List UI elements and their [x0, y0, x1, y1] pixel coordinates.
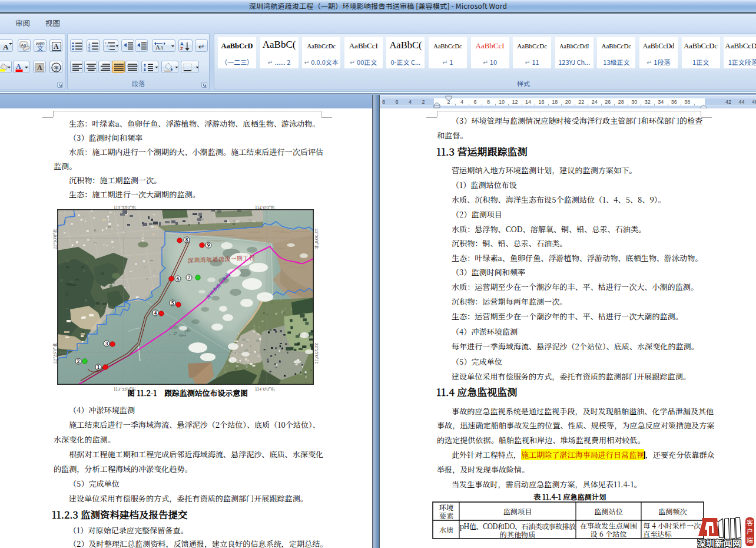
svg-text:8: 8: [185, 236, 188, 243]
svg-text:3: 3: [105, 339, 108, 346]
svg-text:7: 7: [188, 273, 191, 280]
svg-text:6: 6: [177, 275, 180, 282]
svg-text:4: 4: [154, 309, 157, 316]
svg-text:文: 文: [37, 43, 44, 52]
svg-text:Aa: Aa: [21, 43, 26, 47]
svg-text:A: A: [160, 45, 164, 51]
svg-text:A: A: [54, 42, 59, 51]
svg-text:1: 1: [97, 363, 100, 370]
svg-text:客: 客: [747, 517, 753, 527]
svg-text:A: A: [37, 64, 42, 72]
svg-text:3: 3: [88, 48, 90, 51]
svg-text:i: i: [108, 47, 109, 51]
svg-text:端: 端: [747, 535, 753, 544]
svg-text:户: 户: [747, 526, 753, 536]
svg-text:A: A: [16, 62, 21, 71]
svg-text:深圳新闻网: 深圳新闻网: [697, 537, 741, 548]
svg-text:2: 2: [77, 357, 80, 364]
svg-text:↵: ↵: [198, 42, 205, 51]
svg-text:字: 字: [54, 64, 59, 71]
svg-text:9: 9: [207, 241, 210, 248]
svg-text:A: A: [155, 44, 160, 51]
svg-text:A: A: [3, 42, 9, 51]
svg-text:5: 5: [171, 299, 174, 306]
svg-text:Z: Z: [180, 46, 183, 51]
